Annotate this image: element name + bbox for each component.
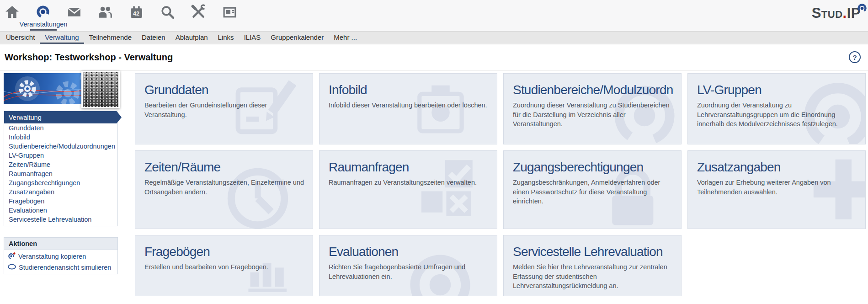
tile-zugangsberechtigungen[interactable]: Zugangsberechtigungen Zugangsbeschränkun… xyxy=(503,150,682,229)
sidebar-item-servicestelle[interactable]: Servicestelle Lehrevaluation xyxy=(4,215,117,224)
tab-verwaltung[interactable]: Verwaltung xyxy=(40,32,84,44)
content-area: Verwaltung Grunddaten Infobild Studienbe… xyxy=(0,70,868,304)
active-module-label[interactable]: Veranstaltungen xyxy=(18,21,69,28)
community-icon[interactable] xyxy=(97,4,113,20)
logo-swirl-icon xyxy=(857,2,868,16)
messages-icon[interactable] xyxy=(66,4,82,20)
tab-teilnehmende[interactable]: Teilnehmende xyxy=(84,32,137,44)
actions-box: Aktionen Veranstaltung kopieren Studiere… xyxy=(4,237,118,274)
sidebar-item-grunddaten[interactable]: Grunddaten xyxy=(4,123,117,133)
tile-servicestelle[interactable]: Servicestelle Lehrevaluation Melden Sie … xyxy=(503,235,682,296)
tile-zeiten-raeume[interactable]: Zeiten/Räume Regelmäßige Veranstaltungsz… xyxy=(135,150,313,229)
sidebar-item-zusatzangaben[interactable]: Zusatzangaben xyxy=(4,187,117,197)
tile-raumanfragen[interactable]: Raumanfragen Raumanfragen zu Veranstaltu… xyxy=(319,150,497,229)
tab-ablaufplan[interactable]: Ablaufplan xyxy=(170,32,213,44)
admin-tile-grid: Grunddaten Bearbeiten der Grundeinstellu… xyxy=(135,73,866,296)
sidebar-item-zeiten-raeume[interactable]: Zeiten/Räume xyxy=(4,160,117,169)
sidebar-item-evaluationen[interactable]: Evaluationen xyxy=(4,206,117,215)
bulletin-board-icon[interactable] xyxy=(221,4,238,20)
sidebar-nav: Verwaltung Grunddaten Infobild Studienbe… xyxy=(4,111,118,226)
tools-icon[interactable] xyxy=(190,4,207,20)
help-icon[interactable]: ? xyxy=(849,51,861,63)
tile-studienbereiche[interactable]: Studienbereiche/Modulzuordnungen Zuordnu… xyxy=(503,73,682,144)
sidebar-item-zugangsberechtigungen[interactable]: Zugangsberechtigungen xyxy=(4,178,117,187)
titlebar: Workshop: Testworkshop - Verwaltung ? xyxy=(0,44,868,70)
tab-mehr[interactable]: Mehr ... xyxy=(329,32,362,44)
course-tabbar: Übersicht Verwaltung Teilnehmende Dateie… xyxy=(0,31,868,44)
student-view-icon xyxy=(8,264,16,271)
tab-ilias[interactable]: ILIAS xyxy=(239,32,266,44)
actions-title: Aktionen xyxy=(4,238,117,250)
tile-evaluationen[interactable]: Evaluationen Richten Sie fragebogenbasie… xyxy=(319,235,497,296)
search-icon[interactable] xyxy=(159,4,176,20)
topbar: 42 Veranstaltungen Stud.IP xyxy=(0,0,868,31)
tile-lv-gruppen[interactable]: LV-Gruppen Zuordnung der Veranstaltung z… xyxy=(687,73,866,144)
topbar-icon-strip: 42 xyxy=(0,0,868,20)
page-title: Workshop: Testworkshop - Verwaltung xyxy=(5,52,849,63)
tile-zusatzangaben[interactable]: Zusatzangaben Vorlagen zur Erhebung weit… xyxy=(687,150,866,229)
tile-infobild[interactable]: Infobild Infobild dieser Veranstaltung b… xyxy=(319,73,497,144)
sidebar-item-infobild[interactable]: Infobild xyxy=(4,133,117,142)
tab-gruppenkalender[interactable]: Gruppenkalender xyxy=(266,32,329,44)
tab-links[interactable]: Links xyxy=(213,32,239,44)
sidebar: Verwaltung Grunddaten Infobild Studienbe… xyxy=(4,73,118,274)
sidebar-item-frageboegen[interactable]: Fragebögen xyxy=(4,197,117,206)
courses-icon[interactable] xyxy=(35,4,51,20)
action-student-view[interactable]: Studierendenansicht simulieren xyxy=(4,262,117,274)
active-module-underline xyxy=(30,29,57,31)
tab-dateien[interactable]: Dateien xyxy=(137,32,170,44)
action-copy-course[interactable]: Veranstaltung kopieren xyxy=(4,250,117,262)
sidebar-item-verwaltung[interactable]: Verwaltung xyxy=(4,111,122,123)
lecture-hall-photo xyxy=(81,71,120,108)
schedule-icon[interactable]: 42 xyxy=(128,4,144,20)
course-banner-image xyxy=(4,73,118,104)
studip-logo[interactable]: Stud.IP xyxy=(812,6,861,20)
tab-uebersicht[interactable]: Übersicht xyxy=(1,32,40,44)
home-icon[interactable] xyxy=(4,4,20,20)
sidebar-item-studienbereiche[interactable]: Studienbereiche/Modulzuordnungen xyxy=(4,142,117,151)
sidebar-item-lv-gruppen[interactable]: LV-Gruppen xyxy=(4,151,117,160)
tile-grunddaten[interactable]: Grunddaten Bearbeiten der Grundeinstellu… xyxy=(135,73,313,144)
tile-frageboegen[interactable]: Fragebögen Erstellen und bearbeiten von … xyxy=(135,235,313,296)
sidebar-item-raumanfragen[interactable]: Raumanfragen xyxy=(4,169,117,178)
copy-course-icon xyxy=(8,252,16,261)
